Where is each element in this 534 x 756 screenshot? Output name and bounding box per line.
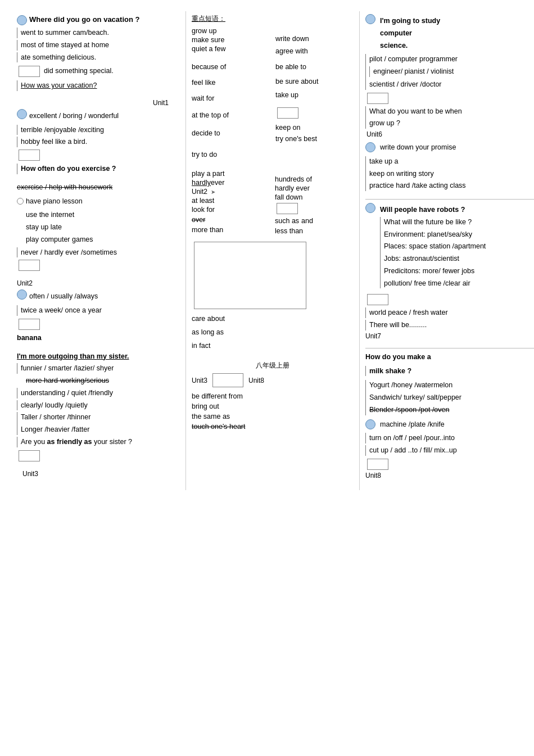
unit2-item2: have piano lesson bbox=[26, 196, 83, 207]
unit3-item5-group: Taller / shorter /thinner Longer /heavie… bbox=[17, 412, 180, 435]
unit7-item1: What will the future be like ? bbox=[384, 217, 486, 228]
unit1-howwas-group: How was your vacation? bbox=[17, 80, 180, 91]
unit7-item2: Environment: planet/sea/sky bbox=[384, 229, 486, 240]
unit8-title: How do you make a bbox=[365, 352, 534, 363]
unit3-item4: clearly/ loudly /quietly bbox=[21, 400, 180, 411]
phrase-such-as: look for bbox=[192, 206, 270, 214]
unit1-icon bbox=[17, 15, 27, 25]
mid-phrases-top: grow up make sure quiet a few because of… bbox=[192, 26, 354, 160]
unit6-box-row bbox=[365, 92, 534, 105]
unit2-label-row: Unit2 bbox=[17, 279, 180, 287]
unit2-box bbox=[19, 260, 40, 271]
mid-large-box bbox=[194, 242, 306, 309]
unit6-item1: pilot / computer programmer bbox=[369, 54, 534, 65]
unit2-often: often / usually /always bbox=[29, 291, 98, 302]
unit7-box bbox=[367, 294, 388, 305]
unit1-bottom-section: excellent / boring / wonderful terrible … bbox=[17, 109, 180, 174]
unit1-howoften-group: How often do you exercise ? bbox=[17, 164, 180, 174]
unit6-item2-group: engineer/ pianist / violinist bbox=[369, 66, 534, 77]
unit1-excellent-row: excellent / boring / wonderful bbox=[17, 109, 180, 123]
unit6-title-block: I'm going to study computer science. bbox=[380, 14, 440, 52]
phrase-be-different: be different from bbox=[192, 392, 354, 400]
unit6-label-text: Unit6 bbox=[365, 130, 534, 138]
unit7-title: Will people have robots ? bbox=[380, 205, 486, 215]
mid-box1-row bbox=[275, 107, 354, 119]
unit6-takeup-group: take up a keep on writing story practice… bbox=[365, 156, 534, 191]
phrase-look-for: fall down bbox=[275, 193, 354, 201]
unit2-label: Unit2 bbox=[17, 279, 33, 287]
unit7-box-row bbox=[365, 293, 534, 306]
phrase-wait-for: wait for bbox=[192, 94, 270, 102]
unit2-icon bbox=[17, 289, 27, 300]
unit7-label: Unit7 bbox=[365, 332, 381, 340]
unit8-label-text: Unit8 bbox=[365, 472, 534, 479]
phrase-less-than: over bbox=[192, 216, 270, 224]
unit3-item7-group: Are you as friendly as your sister ? bbox=[17, 437, 180, 447]
unit6-whendo-group: What do you want to be when grow up ? bbox=[365, 106, 534, 129]
unit1-item2: most of time stayed at home bbox=[21, 40, 180, 51]
unit2-icon-row: have piano lesson bbox=[17, 194, 180, 209]
unit6-item4: What do you want to be when bbox=[369, 106, 534, 117]
unit1-box bbox=[19, 66, 40, 77]
unit2-item4: stay up late bbox=[26, 222, 180, 233]
unit2-box2 bbox=[19, 319, 40, 330]
unit1-howoften: How often do you exercise ? bbox=[21, 164, 180, 174]
phrase-care-about: care about bbox=[192, 315, 354, 323]
chinese-label: 八年级上册 bbox=[192, 361, 354, 370]
phrase-at-least: at least bbox=[192, 197, 270, 205]
unit2-item3: use the internet bbox=[26, 210, 180, 220]
phrase-make-sure: make sure bbox=[192, 36, 270, 44]
unit7-title-block: Will people have robots ? What will the … bbox=[380, 203, 486, 290]
unit2-never-group: never / hardly ever /sometimes bbox=[17, 247, 180, 258]
unit7-section: Will people have robots ? What will the … bbox=[365, 203, 534, 340]
unit1-item1-group: went to summer cam/beach. bbox=[17, 28, 180, 38]
unit6-item8: keep on writing story bbox=[369, 169, 534, 179]
unit6-section: I'm going to study computer science. pil… bbox=[365, 14, 534, 191]
phrase-try-to-do: try to do bbox=[192, 151, 270, 159]
unit8-items: Yogurt /honey /watermelon Sandwich/ turk… bbox=[365, 380, 534, 415]
unit2-dot bbox=[17, 198, 24, 205]
unit2-label-mid: Unit2 bbox=[192, 188, 207, 196]
unit6-item7: take up a bbox=[369, 156, 534, 167]
page: Where did you go on vacation ? went to s… bbox=[0, 0, 534, 756]
unit1-hobby-group: hobby feel like a bird. bbox=[17, 137, 180, 147]
unit7-items: What will the future be like ? Environme… bbox=[380, 217, 486, 289]
phrase-hundreds: hundreds of bbox=[275, 175, 354, 183]
mid-over-and-row bbox=[275, 202, 354, 215]
mid-unit3-section: care about as long as in fact bbox=[192, 315, 354, 350]
unit3-item1-group: funnier / smarter /lazier/ shyer bbox=[17, 363, 180, 374]
unit8-box-row bbox=[365, 458, 534, 470]
unit8-subtitle-block: milk shake ? bbox=[365, 364, 411, 378]
unit8-subtitle-row: milk shake ? bbox=[365, 364, 534, 378]
unit1-item1: went to summer cam/beach. bbox=[21, 28, 180, 38]
banana-label: banana bbox=[17, 333, 180, 343]
unit3-item7: Are you as friendly as your sister ? bbox=[21, 437, 180, 447]
phrase-keep-on: keep on bbox=[275, 124, 354, 132]
phrase-over: such as bbox=[275, 217, 299, 225]
mid-large-box-row bbox=[192, 241, 354, 310]
phrase-as-long-as: as long as bbox=[192, 328, 354, 336]
unit8-icon-row: machine /plate /knife bbox=[365, 418, 534, 432]
left-column: Where did you go on vacation ? went to s… bbox=[11, 11, 185, 490]
unit2-bottom-section: often / usually /always twice a week/ on… bbox=[17, 289, 180, 343]
unit2-twice-group: twice a week/ once a year bbox=[17, 305, 180, 316]
unit6-item9: practice hard /take acting class bbox=[369, 180, 534, 191]
unit8-subtitle: milk shake ? bbox=[369, 366, 411, 377]
unit2-section: exercise / help with housework have pian… bbox=[17, 182, 180, 272]
unit1-item3-group: ate something delicious. bbox=[17, 52, 180, 63]
phrase-touch-heart: touch one's heart bbox=[192, 423, 354, 431]
unit2-label-box-row: Unit2 ➤ bbox=[192, 188, 270, 196]
unit8-cutup-group: cut up / add ..to / fill/ mix..up bbox=[365, 445, 534, 456]
mid-column: 重点短语： grow up make sure quiet a few beca… bbox=[185, 11, 360, 490]
phrase-bring-out: bring out bbox=[192, 402, 354, 410]
unit6-item2: engineer/ pianist / violinist bbox=[373, 66, 534, 77]
unit2-item6: never / hardly ever /sometimes bbox=[21, 247, 180, 258]
divider1 bbox=[365, 199, 534, 200]
unit6-icon bbox=[365, 14, 375, 24]
phrase-more-than: more than bbox=[192, 226, 270, 234]
unit8-item6: cut up / add ..to / fill/ mix..up bbox=[369, 445, 534, 456]
mid-box2 bbox=[277, 203, 298, 214]
unit3-item5: Taller / shorter /thinner bbox=[21, 412, 180, 423]
phrase-agree-with: agree with bbox=[275, 47, 354, 55]
unit8-section: How do you make a milk shake ? Yogurt /h… bbox=[365, 352, 534, 479]
